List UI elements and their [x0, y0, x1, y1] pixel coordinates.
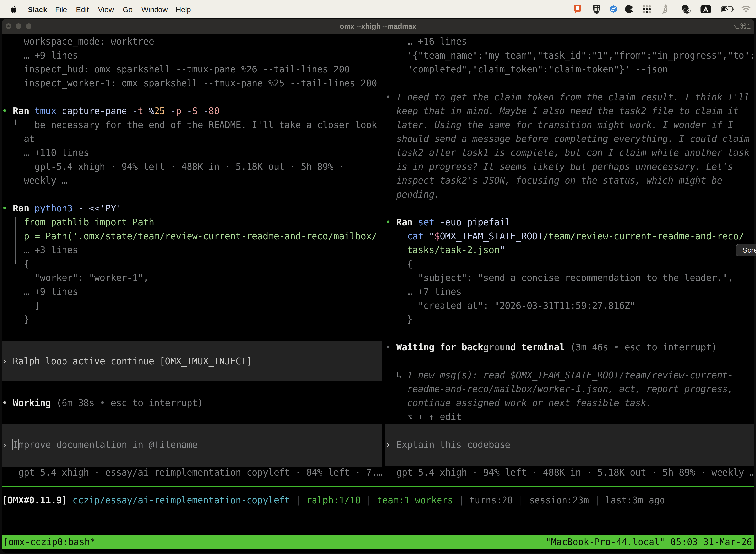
terminal-line: '{"team_name":"my-team","task_id":"1","f… [385, 49, 754, 63]
dragon-icon[interactable] [663, 0, 668, 18]
terminal-line: • Waiting for background terminal (3m 46… [385, 340, 717, 354]
apple-logo-icon[interactable] [10, 0, 17, 18]
screen: { "menu_bar": { "app_menu": "Slack", "it… [0, 0, 756, 554]
terminal-content: workspace_mode: worktree … +9 lines insp… [2, 19, 754, 553]
terminal-line: gpt-5.4 xhigh · 94% left · 488K in · 5.1… [2, 160, 344, 174]
terminal-line: "subject": "send a concise recommendatio… [385, 271, 733, 285]
terminal-line: ↳ 1 new msg(s): read $OMX_TEAM_STATE_ROO… [385, 368, 733, 382]
terminal-line: workspace_mode: worktree [2, 35, 154, 49]
terminal-line: "completed","claim_token":"claim-token"}… [385, 63, 668, 76]
terminal-line: } [385, 313, 413, 327]
wifi-icon[interactable] [741, 0, 751, 18]
composer-input-left-text: › Improve documentation in @filename [2, 438, 198, 452]
text-cursor: I [13, 439, 18, 450]
terminal-line: • Ran set -euo pipefail [385, 215, 510, 229]
terminal-line: • Working (6m 38s • esc to interrupt) [2, 396, 203, 410]
tmux-host-clock-label: "MacBook-Pro-44.local" 05:03 31-Mar-26 [546, 535, 752, 549]
tmux-status-bar: [omx-cczip0:bash* "MacBook-Pro-44.local"… [2, 535, 754, 549]
grid-shield-icon[interactable] [593, 0, 600, 18]
menu-app-name[interactable]: Slack [28, 0, 47, 18]
terminal-line: • Ran python3 - <<'PY' [2, 202, 122, 215]
terminal-line: continue assigned work or next feasible … [385, 396, 652, 410]
a-key-icon[interactable] [700, 0, 711, 18]
terminal-line: … +3 lines [2, 243, 78, 257]
terminal-line: p = Path('.omx/state/team/review-current… [2, 229, 377, 243]
menu-edit[interactable]: Edit [76, 0, 89, 18]
terminal-line: keep that in mind. Maybe I also need the… [385, 104, 739, 118]
terminal-line: weekly … [2, 174, 67, 188]
terminal-line: should send a message before completing … [385, 132, 750, 146]
menu-go[interactable]: Go [123, 0, 133, 18]
terminal-line: ⌥ + ↑ edit [385, 410, 461, 424]
terminal-line: from pathlib import Path [2, 215, 154, 229]
terminal-line: … +110 lines [2, 146, 89, 160]
composer-input-right-text: › Explain this codebase [385, 438, 510, 452]
tree-connector-line [15, 217, 16, 260]
record-badge-icon[interactable] [574, 0, 581, 18]
terminal-line: is in progress? It seems likely but perh… [385, 160, 733, 174]
composer-input-left-notice-text: › Ralph loop active continue [OMX_TMUX_I… [2, 354, 252, 368]
terminal-line: … +7 lines [385, 285, 461, 299]
terminal-line: ] [2, 299, 40, 313]
terminal-line: • Ran tmux capture-pane -t %25 -p -S -80 [2, 104, 219, 118]
blue-bolt-icon[interactable] [610, 0, 617, 18]
terminal-line: later. Using the same for transition mig… [385, 118, 733, 132]
tree-connector-line [399, 231, 399, 260]
menu-window[interactable]: Window [141, 0, 168, 18]
menu-help[interactable]: Help [176, 0, 191, 18]
battery-charging-icon[interactable] [721, 0, 734, 18]
terminal-line: } [2, 313, 29, 327]
screen-tooltip-button[interactable]: Scre [736, 244, 756, 257]
terminal-line: inspect_hud: omx sparkshell --tmux-pane … [2, 63, 350, 76]
terminal-line: • I need to get the claim token from the… [385, 90, 750, 104]
terminal-line: … +9 lines [2, 49, 78, 63]
screen-tooltip-label: Scre [742, 246, 756, 254]
menu-view[interactable]: View [98, 0, 114, 18]
terminal-line: └ be necessary for the end of the README… [2, 118, 377, 132]
terminal-line: task2 after task1 is complete, but can I… [385, 146, 750, 160]
terminal-line: at [2, 132, 35, 146]
terminal-line: inspect task2's JSON, focusing on the st… [385, 174, 722, 188]
tmux-session-label: [omx-cczip0:bash* [3, 535, 95, 549]
terminal-line: "worker": "worker-1", [2, 271, 149, 285]
terminal-line: pending. [385, 188, 440, 202]
menu-bar: Slack File Edit View Go Window Help [0, 0, 756, 18]
tmux-vertical-divider[interactable] [382, 35, 382, 486]
omx-status-line: [OMX#0.11.9] cczip/essay/ai-reimplementa… [2, 493, 665, 507]
terminal-line: "created_at": "2026-03-31T11:59:27.816Z" [385, 299, 635, 313]
terminal-line: gpt-5.4 xhigh · 94% left · 488K in · 5.1… [385, 466, 754, 480]
terminal-window: omx --xhigh --madmax ⌥⌘1 workspace_mode:… [2, 19, 754, 553]
terminal-line: readme-and-reco/mailbox/worker-1.json, a… [385, 382, 733, 396]
moon-circle-icon[interactable] [625, 0, 633, 18]
terminal-line: … +9 lines [2, 285, 78, 299]
terminal-line: gpt-5.4 xhigh · essay/ai-reimplementatio… [2, 466, 382, 480]
cloud-61-badge-icon[interactable] [681, 0, 691, 18]
dots-grid-icon[interactable] [643, 0, 651, 18]
terminal-line: inspect_worker-1: omx sparkshell --tmux-… [2, 76, 377, 90]
terminal-line: cat "$OMX_TEAM_STATE_ROOT/team/review-cu… [385, 229, 744, 243]
menu-file[interactable]: File [55, 0, 67, 18]
terminal-line: tasks/task-2.json" [385, 243, 505, 257]
terminal-line: … +16 lines [385, 35, 467, 49]
